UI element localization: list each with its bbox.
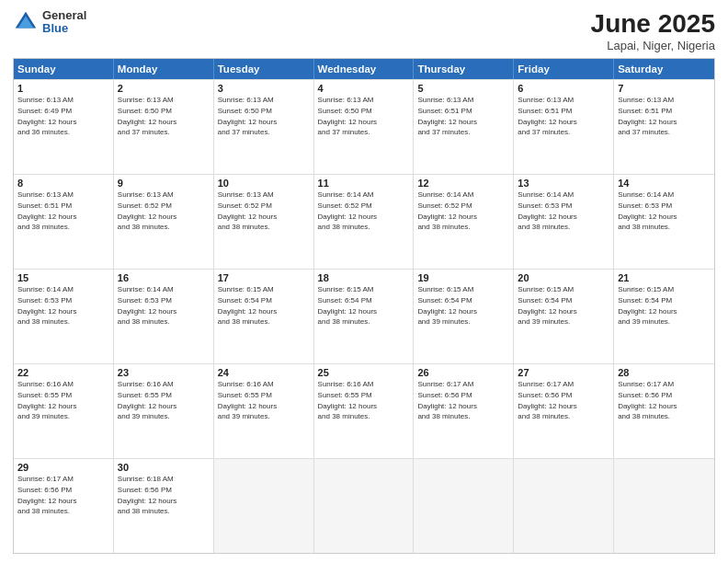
day-empty-1 (214, 459, 314, 553)
week-row-5: 29 Sunrise: 6:17 AMSunset: 6:56 PMDaylig… (14, 458, 714, 553)
logo: General Blue (13, 9, 86, 36)
day-23: 23 Sunrise: 6:16 AMSunset: 6:55 PMDaylig… (114, 364, 214, 458)
week-row-3: 15 Sunrise: 6:14 AMSunset: 6:53 PMDaylig… (14, 269, 714, 363)
day-9: 9 Sunrise: 6:13 AMSunset: 6:52 PMDayligh… (114, 175, 214, 269)
day-21: 21 Sunrise: 6:15 AMSunset: 6:54 PMDaylig… (614, 270, 714, 363)
logo-general: General (42, 9, 86, 22)
day-20: 20 Sunrise: 6:15 AMSunset: 6:54 PMDaylig… (514, 270, 614, 363)
logo-text: General Blue (42, 9, 86, 36)
week-row-2: 8 Sunrise: 6:13 AMSunset: 6:51 PMDayligh… (14, 174, 714, 269)
week-row-4: 22 Sunrise: 6:16 AMSunset: 6:55 PMDaylig… (14, 363, 714, 458)
day-22: 22 Sunrise: 6:16 AMSunset: 6:55 PMDaylig… (14, 364, 114, 458)
day-28: 28 Sunrise: 6:17 AMSunset: 6:56 PMDaylig… (614, 364, 714, 458)
day-6: 6 Sunrise: 6:13 AMSunset: 6:51 PMDayligh… (514, 80, 614, 174)
day-27: 27 Sunrise: 6:17 AMSunset: 6:56 PMDaylig… (514, 364, 614, 458)
header-monday: Monday (114, 59, 214, 79)
day-4: 4 Sunrise: 6:13 AMSunset: 6:50 PMDayligh… (314, 80, 415, 174)
day-empty-3 (414, 459, 514, 553)
week-row-1: 1 Sunrise: 6:13 AMSunset: 6:49 PMDayligh… (14, 79, 714, 174)
calendar: Sunday Monday Tuesday Wednesday Thursday… (13, 58, 715, 554)
day-5: 5 Sunrise: 6:13 AMSunset: 6:51 PMDayligh… (414, 80, 514, 174)
day-2: 2 Sunrise: 6:13 AMSunset: 6:50 PMDayligh… (114, 80, 214, 174)
header-sunday: Sunday (14, 59, 114, 79)
day-24: 24 Sunrise: 6:16 AMSunset: 6:55 PMDaylig… (214, 364, 314, 458)
day-8: 8 Sunrise: 6:13 AMSunset: 6:51 PMDayligh… (14, 175, 114, 269)
day-25: 25 Sunrise: 6:16 AMSunset: 6:55 PMDaylig… (314, 364, 415, 458)
day-1: 1 Sunrise: 6:13 AMSunset: 6:49 PMDayligh… (14, 80, 114, 174)
calendar-header: Sunday Monday Tuesday Wednesday Thursday… (14, 59, 714, 79)
header-saturday: Saturday (614, 59, 714, 79)
day-10: 10 Sunrise: 6:13 AMSunset: 6:52 PMDaylig… (214, 175, 314, 269)
day-15: 15 Sunrise: 6:14 AMSunset: 6:53 PMDaylig… (14, 270, 114, 363)
page-header: General Blue June 2025 Lapai, Niger, Nig… (13, 9, 715, 52)
day-29: 29 Sunrise: 6:17 AMSunset: 6:56 PMDaylig… (14, 459, 114, 553)
day-11: 11 Sunrise: 6:14 AMSunset: 6:52 PMDaylig… (314, 175, 415, 269)
header-thursday: Thursday (414, 59, 514, 79)
day-empty-5 (614, 459, 714, 553)
calendar-page: General Blue June 2025 Lapai, Niger, Nig… (0, 0, 728, 563)
day-26: 26 Sunrise: 6:17 AMSunset: 6:56 PMDaylig… (414, 364, 514, 458)
day-12: 12 Sunrise: 6:14 AMSunset: 6:52 PMDaylig… (414, 175, 514, 269)
header-friday: Friday (514, 59, 614, 79)
day-19: 19 Sunrise: 6:15 AMSunset: 6:54 PMDaylig… (414, 270, 514, 363)
day-16: 16 Sunrise: 6:14 AMSunset: 6:53 PMDaylig… (114, 270, 214, 363)
day-17: 17 Sunrise: 6:15 AMSunset: 6:54 PMDaylig… (214, 270, 314, 363)
calendar-location: Lapai, Niger, Nigeria (591, 39, 715, 52)
day-3: 3 Sunrise: 6:13 AMSunset: 6:50 PMDayligh… (214, 80, 314, 174)
calendar-title: June 2025 (591, 9, 715, 39)
calendar-body: 1 Sunrise: 6:13 AMSunset: 6:49 PMDayligh… (14, 79, 714, 553)
day-empty-2 (314, 459, 415, 553)
day-empty-4 (514, 459, 614, 553)
day-13: 13 Sunrise: 6:14 AMSunset: 6:53 PMDaylig… (514, 175, 614, 269)
header-wednesday: Wednesday (314, 59, 415, 79)
day-30: 30 Sunrise: 6:18 AMSunset: 6:56 PMDaylig… (114, 459, 214, 553)
header-tuesday: Tuesday (214, 59, 314, 79)
logo-blue: Blue (42, 22, 86, 35)
day-7: 7 Sunrise: 6:13 AMSunset: 6:51 PMDayligh… (614, 80, 714, 174)
day-14: 14 Sunrise: 6:14 AMSunset: 6:53 PMDaylig… (614, 175, 714, 269)
logo-icon (13, 9, 39, 35)
day-18: 18 Sunrise: 6:15 AMSunset: 6:54 PMDaylig… (314, 270, 415, 363)
title-block: June 2025 Lapai, Niger, Nigeria (591, 9, 715, 52)
